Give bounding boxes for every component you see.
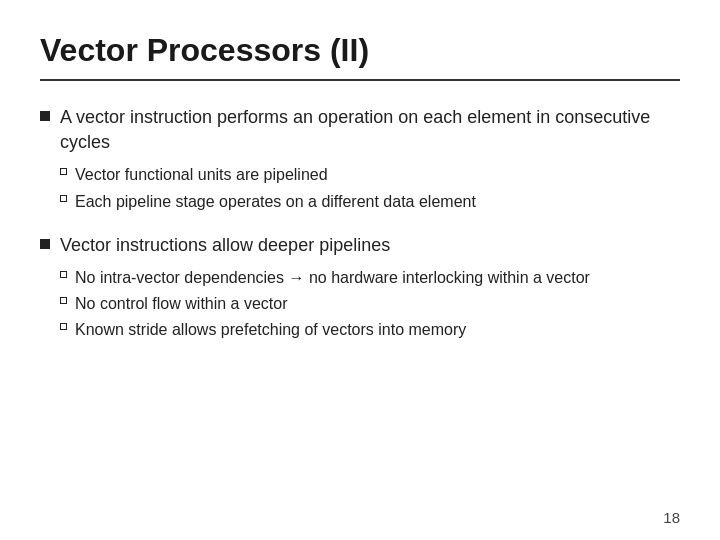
sub-bullet-item-2-3: Known stride allows prefetching of vecto… [60, 318, 590, 341]
sub-bullet-item-2-2: No control flow within a vector [60, 292, 590, 315]
bullet-text-2: Vector instructions allow deeper pipelin… [60, 233, 590, 258]
sub-bullet-square-1-1 [60, 168, 67, 175]
bullet-item-1: A vector instruction performs an operati… [40, 105, 680, 213]
bullet-square-2 [40, 239, 50, 249]
sub-bullet-text-1-2: Each pipeline stage operates on a differ… [75, 190, 476, 213]
sub-bullet-square-2-1 [60, 271, 67, 278]
sub-bullet-text-2-3: Known stride allows prefetching of vecto… [75, 318, 466, 341]
slide: Vector Processors (II) A vector instruct… [0, 0, 720, 540]
sub-bullet-text-1-1: Vector functional units are pipelined [75, 163, 328, 186]
sub-bullet-text-2-2: No control flow within a vector [75, 292, 288, 315]
slide-title: Vector Processors (II) [40, 32, 680, 81]
page-number: 18 [663, 509, 680, 526]
slide-content: A vector instruction performs an operati… [40, 105, 680, 516]
sub-bullet-item-2-1: No intra-vector dependencies → no hardwa… [60, 266, 590, 289]
sub-bullets-2: No intra-vector dependencies → no hardwa… [60, 266, 590, 342]
sub-bullet-item-1-2: Each pipeline stage operates on a differ… [60, 190, 680, 213]
bullet-content-2: Vector instructions allow deeper pipelin… [60, 233, 590, 342]
bullet-item-2: Vector instructions allow deeper pipelin… [40, 233, 680, 342]
sub-bullet-square-2-3 [60, 323, 67, 330]
sub-bullet-square-2-2 [60, 297, 67, 304]
sub-bullet-text-2-1: No intra-vector dependencies → no hardwa… [75, 266, 590, 289]
sub-bullet-square-1-2 [60, 195, 67, 202]
sub-bullet-item-1-1: Vector functional units are pipelined [60, 163, 680, 186]
bullet-square-1 [40, 111, 50, 121]
bullet-content-1: A vector instruction performs an operati… [60, 105, 680, 213]
sub-bullets-1: Vector functional units are pipelined Ea… [60, 163, 680, 212]
bullet-text-1: A vector instruction performs an operati… [60, 105, 680, 155]
